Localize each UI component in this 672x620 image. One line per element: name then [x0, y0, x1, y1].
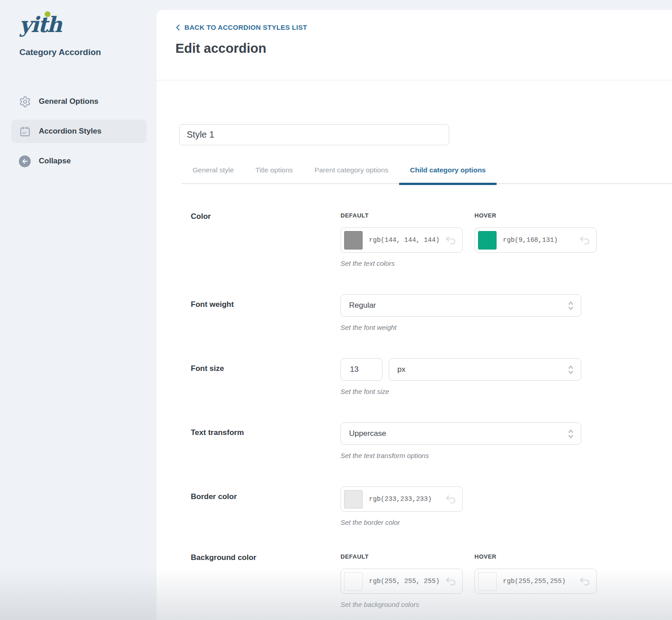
form-row-font-size: Font size px Set the font size — [191, 358, 672, 395]
chevron-updown-icon — [568, 365, 574, 375]
font-weight-select[interactable]: Regular — [341, 294, 581, 317]
back-link[interactable]: BACK TO ACCORDION STYLES LIST — [175, 23, 307, 31]
reset-button[interactable] — [579, 236, 591, 245]
color-value: rgb(255,255,255) — [503, 578, 579, 585]
undo-icon — [445, 495, 457, 504]
row-content: DEFAULT rgb(144, 144, 144) — [341, 212, 597, 267]
sidebar-nav: General Options Accordion Styles — [11, 90, 156, 173]
help-text: Set the border color — [341, 518, 463, 526]
reset-button[interactable] — [445, 577, 457, 586]
font-size-unit-select[interactable]: px — [389, 358, 581, 381]
column-label-default: DEFAULT — [341, 212, 463, 219]
color-picker-default[interactable]: rgb(144, 144, 144) — [341, 227, 463, 253]
undo-icon — [445, 577, 457, 586]
main-panel: BACK TO ACCORDION STYLES LIST Edit accor… — [156, 10, 672, 620]
back-chevron-icon — [175, 24, 180, 31]
help-text: Set the background colors — [341, 601, 597, 608]
color-value: rgb(9,168,131) — [503, 236, 579, 244]
yith-logo-green-dot — [45, 11, 51, 17]
sidebar-item-label: Collapse — [39, 157, 71, 166]
column-label-hover: HOVER — [474, 553, 597, 560]
sidebar-item-label: Accordion Styles — [39, 127, 101, 136]
row-label: Color — [191, 212, 341, 267]
column-default: DEFAULT rgb(144, 144, 144) — [341, 212, 463, 253]
page-header: BACK TO ACCORDION STYLES LIST Edit accor… — [156, 10, 672, 80]
tab-child-category-options[interactable]: Child category options — [399, 166, 497, 183]
select-value: px — [397, 365, 405, 374]
column-label-default: DEFAULT — [341, 553, 463, 560]
color-swatch[interactable] — [344, 490, 363, 509]
tab-title-options[interactable]: Title options — [244, 166, 304, 183]
app-title: Category Accordion — [19, 47, 156, 57]
color-picker-hover[interactable]: rgb(9,168,131) — [474, 227, 597, 253]
column-default: DEFAULT rgb(255, 255, 255) — [341, 553, 463, 594]
border-color-picker[interactable]: rgb(233,233,233) — [341, 486, 463, 512]
row-content: DEFAULT rgb(255, 255, 255) — [341, 553, 597, 608]
undo-icon — [579, 577, 591, 586]
sidebar-item-general-options[interactable]: General Options — [11, 90, 147, 113]
form-row-border-color: Border color rgb(233,233,233) Set the bo… — [191, 486, 672, 526]
select-value: Regular — [349, 301, 376, 310]
row-content: Regular Set the font weight — [341, 294, 581, 331]
color-value: rgb(144, 144, 144) — [369, 236, 445, 244]
color-value: rgb(255, 255, 255) — [369, 578, 445, 585]
form-row-color: Color DEFAULT rgb(144, 144, 144) — [191, 212, 672, 267]
undo-icon — [579, 236, 591, 245]
reset-button[interactable] — [579, 577, 591, 586]
back-link-label: BACK TO ACCORDION STYLES LIST — [184, 23, 307, 31]
row-label: Font weight — [191, 294, 341, 331]
background-color-picker-default[interactable]: rgb(255, 255, 255) — [341, 569, 463, 594]
column-label-hover: HOVER — [474, 212, 597, 219]
form-row-font-weight: Font weight Regular Set the font weight — [191, 294, 672, 331]
font-size-input[interactable] — [341, 358, 382, 381]
row-content: px Set the font size — [341, 358, 581, 395]
color-swatch[interactable] — [478, 231, 497, 250]
column-hover: HOVER rgb(9,168,131) — [474, 212, 597, 253]
tab-general-style[interactable]: General style — [182, 166, 244, 183]
form-row-text-transform: Text transform Uppercase Set the text tr… — [191, 422, 672, 459]
row-label: Text transform — [191, 422, 341, 459]
color-swatch[interactable] — [478, 572, 497, 591]
yith-logo: yith — [19, 11, 92, 41]
undo-icon — [445, 236, 457, 245]
help-text: Set the text transform options — [341, 452, 581, 459]
gear-icon — [18, 95, 31, 108]
collapse-arrow-icon — [18, 155, 31, 167]
color-swatch[interactable] — [344, 231, 363, 250]
calendar-icon — [18, 125, 31, 138]
help-text: Set the font size — [341, 388, 581, 395]
row-content: Uppercase Set the text transform options — [341, 422, 581, 459]
select-value: Uppercase — [349, 429, 386, 438]
edit-form: General style Title options Parent categ… — [156, 124, 672, 608]
yith-logo-text: yith — [19, 12, 61, 37]
sidebar-item-label: General Options — [39, 97, 98, 106]
background-color-picker-hover[interactable]: rgb(255,255,255) — [474, 569, 597, 594]
form-row-background-color: Background color DEFAULT rgb(255, 255, 2… — [191, 553, 672, 608]
column-hover: HOVER rgb(255,255,255) — [474, 553, 597, 594]
chevron-updown-icon — [568, 301, 574, 311]
row-label: Background color — [191, 553, 341, 608]
help-text: Set the text colors — [341, 259, 597, 267]
tabs: General style Title options Parent categ… — [182, 166, 672, 184]
color-value: rgb(233,233,233) — [369, 495, 445, 503]
reset-button[interactable] — [445, 236, 457, 245]
color-swatch[interactable] — [344, 572, 363, 591]
reset-button[interactable] — [445, 495, 457, 504]
form-rows: Color DEFAULT rgb(144, 144, 144) — [156, 212, 672, 608]
text-transform-select[interactable]: Uppercase — [341, 422, 581, 445]
row-label: Border color — [191, 486, 341, 526]
sidebar-item-collapse[interactable]: Collapse — [11, 149, 147, 173]
page-title: Edit accordion — [175, 41, 653, 56]
sidebar-item-accordion-styles[interactable]: Accordion Styles — [11, 120, 147, 143]
chevron-updown-icon — [568, 429, 574, 439]
sidebar: yith Category Accordion General Options — [0, 0, 156, 620]
tab-parent-category-options[interactable]: Parent category options — [304, 166, 399, 183]
row-label: Font size — [191, 358, 341, 395]
row-content: rgb(233,233,233) Set the border color — [341, 486, 463, 526]
help-text: Set the font weight — [341, 324, 581, 331]
style-name-input[interactable] — [179, 124, 449, 145]
